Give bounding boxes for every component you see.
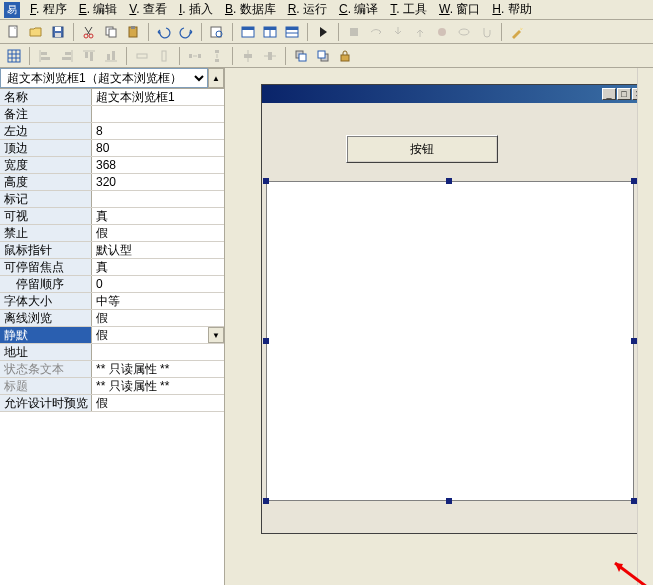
prop-value[interactable] [92,191,224,207]
prop-row-6[interactable]: 标记 [0,191,224,208]
prop-value[interactable]: 中等 [92,293,224,309]
paste-button[interactable] [123,22,143,42]
svg-rect-49 [244,54,252,58]
prop-row-2[interactable]: 左边8 [0,123,224,140]
prop-row-9[interactable]: 鼠标指针默认型 [0,242,224,259]
prop-name: 静默 [0,327,92,343]
form-window[interactable]: _ □ ✕ 按钮 [261,84,649,534]
prop-row-7[interactable]: 可视真 [0,208,224,225]
prop-value[interactable]: 320 [92,174,224,190]
prop-value[interactable]: 368 [92,157,224,173]
prop-value[interactable]: 超文本浏览框1 [92,89,224,105]
lock-button[interactable] [335,46,355,66]
sel-handle-bc[interactable] [446,498,452,504]
prop-name: 宽度 [0,157,92,173]
prop-value[interactable] [92,344,224,360]
prop-value[interactable]: 假▼ [92,327,224,343]
menu-e[interactable]: E. 编辑 [73,0,124,20]
prop-row-11[interactable]: 停留顺序0 [0,276,224,293]
prop-value[interactable]: 假 [92,225,224,241]
prop-row-3[interactable]: 顶边80 [0,140,224,157]
find-button[interactable] [207,22,227,42]
window-1-button[interactable] [238,22,258,42]
hand-button [476,22,496,42]
prop-name: 字体大小 [0,293,92,309]
prop-row-17[interactable]: 标题** 只读属性 ** [0,378,224,395]
prop-name: 停留顺序 [0,276,92,292]
menu-f[interactable]: F. 程序 [24,0,73,20]
design-htmlbox-control[interactable] [266,181,634,501]
sel-handle-bl[interactable] [263,498,269,504]
form-titlebar[interactable]: _ □ ✕ [262,85,648,103]
send-back-button[interactable] [313,46,333,66]
object-selector[interactable]: 超文本浏览框1（超文本浏览框） [0,68,208,88]
prop-value[interactable]: 真 [92,259,224,275]
sel-handle-tl[interactable] [263,178,269,184]
maximize-button[interactable]: □ [617,88,631,100]
cut-button[interactable] [79,22,99,42]
form-body[interactable]: 按钮 [262,103,648,533]
prop-value[interactable]: 80 [92,140,224,156]
new-button[interactable] [4,22,24,42]
design-button-control[interactable]: 按钮 [346,135,498,163]
prop-name: 标记 [0,191,92,207]
prop-row-0[interactable]: 名称超文本浏览框1 [0,89,224,106]
menu-r[interactable]: R. 运行 [282,0,333,20]
run-button[interactable] [313,22,333,42]
prop-row-1[interactable]: 备注 [0,106,224,123]
window-2-button[interactable] [260,22,280,42]
prop-row-13[interactable]: 离线浏览假 [0,310,224,327]
prop-value[interactable]: 0 [92,276,224,292]
sel-handle-tc[interactable] [446,178,452,184]
prop-row-15[interactable]: 地址 [0,344,224,361]
prop-value[interactable]: ** 只读属性 ** [92,378,224,394]
design-vscrollbar[interactable] [637,68,653,585]
prop-value[interactable] [92,106,224,122]
svg-rect-38 [107,54,110,60]
prop-row-16[interactable]: 状态条文本** 只读属性 ** [0,361,224,378]
svg-point-22 [459,29,469,35]
prop-row-14[interactable]: 静默假▼ [0,327,224,344]
window-3-button[interactable] [282,22,302,42]
menu-t[interactable]: T. 工具 [384,0,433,20]
prop-value[interactable]: 假 [92,310,224,326]
bring-front-button[interactable] [291,46,311,66]
prop-row-5[interactable]: 高度320 [0,174,224,191]
prop-row-8[interactable]: 禁止假 [0,225,224,242]
svg-rect-33 [62,57,71,60]
svg-rect-40 [137,54,147,58]
redo-button[interactable] [176,22,196,42]
prop-value[interactable]: 真 [92,208,224,224]
prop-name: 离线浏览 [0,310,92,326]
panel-scroll-up[interactable]: ▲ [208,68,224,88]
menu-w[interactable]: W. 窗口 [433,0,486,20]
design-area: _ □ ✕ 按钮 [225,68,653,585]
grid-button[interactable] [4,46,24,66]
svg-rect-43 [198,54,201,58]
open-button[interactable] [26,22,46,42]
prop-row-18[interactable]: 允许设计时预览假 [0,395,224,412]
prop-value[interactable]: 假 [92,395,224,411]
menu-b[interactable]: B. 数据库 [219,0,282,20]
prop-value[interactable]: 默认型 [92,242,224,258]
menu-i[interactable]: I. 插入 [173,0,219,20]
menu-h[interactable]: H. 帮助 [486,0,537,20]
save-button[interactable] [48,22,68,42]
prop-row-4[interactable]: 宽度368 [0,157,224,174]
sel-handle-ml[interactable] [263,338,269,344]
prop-value[interactable]: 8 [92,123,224,139]
minimize-button[interactable]: _ [602,88,616,100]
copy-button[interactable] [101,22,121,42]
svg-rect-9 [131,26,135,29]
prop-name: 地址 [0,344,92,360]
prop-row-10[interactable]: 可停留焦点真 [0,259,224,276]
undo-button[interactable] [154,22,174,42]
menu-c[interactable]: C. 编译 [333,0,384,20]
prop-value[interactable]: ** 只读属性 ** [92,361,224,377]
svg-rect-53 [299,54,306,61]
prop-row-12[interactable]: 字体大小中等 [0,293,224,310]
wizard-button[interactable] [507,22,527,42]
menu-v[interactable]: V. 查看 [123,0,173,20]
prop-dropdown-button[interactable]: ▼ [208,327,224,343]
prop-name: 高度 [0,174,92,190]
